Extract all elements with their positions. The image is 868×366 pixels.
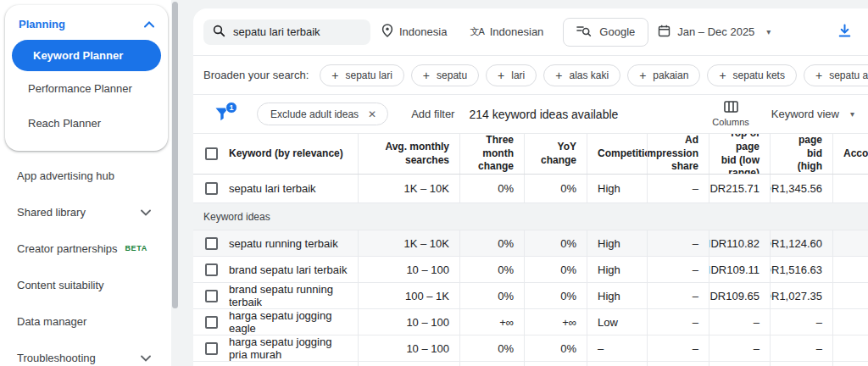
sidebar-scrollbar[interactable] bbox=[172, 2, 178, 308]
broaden-chip-sepatu-kets[interactable]: + sepatu kets bbox=[707, 64, 797, 86]
row-checkbox[interactable] bbox=[205, 316, 218, 329]
header-competition[interactable]: Competition bbox=[587, 134, 647, 174]
view-label: Keyword view bbox=[771, 108, 839, 120]
table-row[interactable]: brand sepatu running terbaik 100 – 1K 0%… bbox=[193, 283, 868, 309]
select-all-checkbox[interactable] bbox=[205, 147, 218, 160]
cell-bid-high: IDR1,124.60 bbox=[770, 230, 832, 256]
chip-label: pakaian bbox=[653, 69, 688, 81]
active-filter-chip[interactable]: Exclude adult ideas ✕ bbox=[257, 103, 388, 125]
broaden-chip-sepatu-lari[interactable]: + sepatu lari bbox=[320, 64, 404, 86]
table-row[interactable]: sepatu running terbaik 1K – 10K 0% 0% Hi… bbox=[193, 230, 868, 257]
sidebar-item-content-suitability[interactable]: Content suitability bbox=[17, 275, 151, 294]
plus-icon: + bbox=[423, 69, 430, 81]
broaden-chip-sepatu-atletik[interactable]: + sepatu atletik bbox=[804, 64, 868, 86]
table-row[interactable]: sepatu lari terbaik 1K – 10K 0% 0% High … bbox=[193, 175, 868, 203]
header-top-of-page-bid-high[interactable]: Top of page bid (high range) bbox=[770, 134, 832, 174]
broaden-chip-pakaian[interactable]: + pakaian bbox=[627, 64, 700, 86]
cell-yoy: 0% bbox=[524, 257, 587, 282]
caret-down-icon: ▾ bbox=[850, 109, 854, 119]
cell-ad-share: – bbox=[647, 230, 709, 256]
table-row[interactable]: brand sepatu lari terbaik 10 – 100 0% 0%… bbox=[193, 257, 868, 283]
sidebar-item-creator-partnerships[interactable]: Creator partnerships BETA bbox=[17, 239, 151, 258]
download-button[interactable] bbox=[837, 23, 853, 42]
row-checkbox[interactable] bbox=[205, 182, 218, 195]
header-three-month-change[interactable]: Three month change bbox=[459, 134, 524, 174]
plan-settings-toolbar: sepatu lari terbaik Indonesia 文A Indones… bbox=[193, 8, 868, 56]
sidebar-item-app-advertising-hub[interactable]: App advertising hub bbox=[17, 166, 151, 185]
plus-icon: + bbox=[639, 69, 646, 81]
shared-library-label: Shared library bbox=[17, 206, 86, 219]
calendar-icon bbox=[658, 25, 670, 40]
table-row[interactable]: harga sepatu jogging pria murah 10 – 100… bbox=[193, 336, 868, 362]
header-account[interactable]: Account bbox=[832, 134, 868, 174]
cell-avg: 10 – 100 bbox=[358, 336, 459, 361]
columns-label: Columns bbox=[712, 117, 748, 127]
network-value: Google bbox=[599, 25, 635, 38]
row-checkbox[interactable] bbox=[205, 342, 218, 355]
chip-label: lari bbox=[511, 69, 525, 81]
sidebar-item-troubleshooting[interactable]: Troubleshooting bbox=[17, 348, 151, 366]
location-selector[interactable]: Indonesia bbox=[381, 24, 447, 40]
sidebar-item-performance-planner[interactable]: Performance Planner bbox=[5, 71, 168, 106]
chip-label: sepatu bbox=[437, 69, 467, 81]
cell-three-month: 0% bbox=[459, 175, 524, 202]
close-icon[interactable]: ✕ bbox=[368, 108, 376, 120]
keyword-ideas-section-label: Keyword ideas bbox=[193, 203, 868, 230]
cell-bid-low: – bbox=[709, 309, 770, 335]
cell-bid-low: IDR215.71 bbox=[709, 175, 770, 202]
header-top-of-page-bid-low[interactable]: Top of page bid (low range) bbox=[709, 134, 770, 174]
planning-section-card: Planning Keyword Planner Performance Pla… bbox=[5, 5, 168, 151]
header-avg-monthly-searches[interactable]: Avg. monthly searches bbox=[358, 134, 459, 174]
translate-icon: 文A bbox=[470, 25, 483, 38]
header-keyword[interactable]: Keyword (by relevance) bbox=[229, 134, 358, 174]
row-checkbox[interactable] bbox=[205, 263, 218, 276]
header-ad-impression-share[interactable]: Ad impression share bbox=[647, 134, 709, 174]
row-checkbox[interactable] bbox=[205, 290, 218, 302]
add-filter-button[interactable]: Add filter bbox=[411, 108, 454, 120]
cell-yoy: 0% bbox=[524, 336, 587, 361]
cell-bid-low: IDR109.11 bbox=[709, 257, 770, 282]
cell-ad-share: – bbox=[647, 336, 709, 361]
cell-bid-high: IDR1,027.35 bbox=[770, 283, 832, 308]
cell-three-month: +∞ bbox=[459, 309, 524, 335]
cell-avg: 100 – 1K bbox=[358, 283, 459, 308]
header-yoy-change[interactable]: YoY change bbox=[524, 134, 587, 174]
cell-yoy: 0% bbox=[524, 175, 587, 202]
sidebar-section-planning[interactable]: Planning bbox=[5, 5, 168, 30]
active-filter-label: Exclude adult ideas bbox=[270, 108, 359, 120]
keyword-search-input[interactable]: sepatu lari terbaik bbox=[203, 19, 370, 45]
cell-yoy: +∞ bbox=[524, 309, 587, 335]
plus-icon: + bbox=[815, 69, 822, 81]
chip-label: alas kaki bbox=[569, 69, 609, 81]
columns-button[interactable]: Columns bbox=[712, 101, 748, 127]
network-selector[interactable]: Google bbox=[563, 18, 648, 47]
sidebar-item-shared-library[interactable]: Shared library bbox=[17, 202, 151, 221]
cell-competition: Low bbox=[587, 309, 647, 335]
plus-icon: + bbox=[719, 69, 726, 81]
sidebar-item-keyword-planner[interactable]: Keyword Planner bbox=[12, 40, 161, 71]
date-range-value: Jan – Dec 2025 bbox=[677, 25, 754, 38]
cell-three-month: 0% bbox=[459, 230, 524, 256]
broaden-chip-lari[interactable]: + lari bbox=[486, 64, 537, 86]
broaden-chip-alas-kaki[interactable]: + alas kaki bbox=[543, 64, 620, 86]
cell-competition: High bbox=[587, 230, 647, 256]
cell-keyword: brand sepatu lari terbaik bbox=[229, 257, 358, 282]
row-checkbox[interactable] bbox=[205, 237, 218, 250]
plus-icon: + bbox=[555, 69, 562, 81]
filter-button[interactable]: 1 bbox=[214, 107, 231, 122]
sidebar-item-data-manager[interactable]: Data manager bbox=[17, 312, 151, 330]
cell-bid-low: IDR110.82 bbox=[709, 230, 770, 256]
broaden-chip-sepatu[interactable]: + sepatu bbox=[411, 64, 479, 86]
cell-keyword: harga sepatu jogging pria murah bbox=[229, 336, 358, 361]
plus-icon: + bbox=[331, 69, 338, 81]
cell-competition: – bbox=[587, 336, 647, 361]
view-selector[interactable]: Keyword view ▾ bbox=[771, 108, 854, 120]
cell-avg: 10 – 100 bbox=[358, 309, 459, 335]
table-row[interactable]: harga sepatu jogging eagle 10 – 100 +∞ +… bbox=[193, 309, 868, 336]
date-range-selector[interactable]: Jan – Dec 2025 ▾ bbox=[658, 25, 771, 40]
language-selector[interactable]: 文A Indonesian bbox=[470, 25, 543, 38]
cell-bid-high: – bbox=[770, 336, 832, 361]
cell-competition: High bbox=[587, 175, 647, 202]
sidebar-item-reach-planner[interactable]: Reach Planner bbox=[5, 106, 168, 141]
cell-competition: High bbox=[587, 283, 647, 308]
